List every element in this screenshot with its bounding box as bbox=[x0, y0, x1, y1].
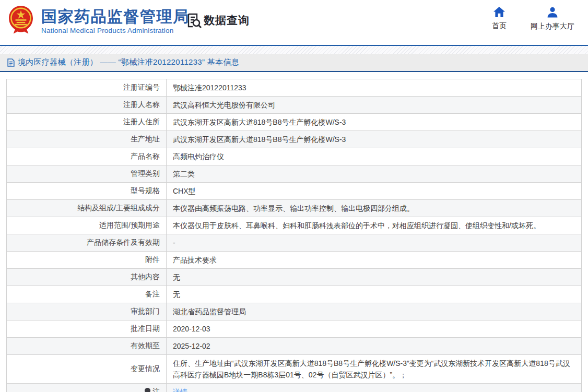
registration-info-table: 注册证编号鄂械注准20122011233注册人名称武汉高科恒大光电股份有限公司注… bbox=[6, 79, 582, 392]
row-label: 型号规格 bbox=[7, 183, 167, 200]
row-label: 注册人住所 bbox=[7, 114, 167, 131]
row-value: 武汉高科恒大光电股份有限公司 bbox=[167, 97, 582, 114]
row-value: 鄂械注准20122011233 bbox=[167, 79, 582, 97]
info-table-body: 注册证编号鄂械注准20122011233注册人名称武汉高科恒大光电股份有限公司注… bbox=[7, 79, 582, 392]
site-header: 国家药品监督管理局 National Medical Products Admi… bbox=[0, 0, 588, 46]
row-value: - bbox=[167, 234, 582, 252]
home-icon bbox=[493, 7, 505, 17]
row-value-text: 武汉东湖开发区高新大道818号B8号生产孵化楼W/S-3 bbox=[173, 135, 346, 144]
row-value-text: 武汉东湖开发区高新大道818号B8号生产孵化楼W/S-3 bbox=[173, 118, 346, 126]
table-row: 生产地址武汉东湖开发区高新大道818号B8号生产孵化楼W/S-3 bbox=[7, 131, 582, 148]
row-value-text: CHX型 bbox=[173, 187, 196, 195]
table-row: 批准日期2020-12-03 bbox=[7, 320, 582, 338]
row-value: 无 bbox=[167, 269, 582, 286]
row-label-text: 适用范围/预期用途 bbox=[99, 221, 160, 229]
row-label: 管理类别 bbox=[7, 165, 167, 183]
nav-service-hall[interactable]: 网上办事大厅 bbox=[531, 7, 574, 31]
table-row: 注册人住所武汉东湖开发区高新大道818号B8号生产孵化楼W/S-3 bbox=[7, 114, 582, 131]
table-row: 其他内容无 bbox=[7, 269, 582, 286]
site-subtitle: National Medical Products Administration bbox=[41, 27, 190, 34]
site-title: 国家药品监督管理局 bbox=[41, 8, 190, 25]
document-icon bbox=[7, 58, 15, 67]
row-label-text: 生产地址 bbox=[131, 135, 160, 143]
table-row: 产品名称高频电灼治疗仪 bbox=[7, 148, 582, 165]
row-label: 注册证编号 bbox=[7, 79, 167, 97]
table-row: 变更情况住所、生产地址由“武汉东湖开发区高新大道818号B8号生产孵化楼W/S-… bbox=[7, 355, 582, 384]
nav-home[interactable]: 首页 bbox=[492, 7, 507, 31]
row-value: 湖北省药品监督管理局 bbox=[167, 303, 582, 320]
table-row: 注册人名称武汉高科恒大光电股份有限公司 bbox=[7, 97, 582, 114]
row-value-text: 产品技术要求 bbox=[173, 256, 217, 264]
table-row: 产品储存条件及有效期- bbox=[7, 234, 582, 252]
row-value-text: 本仪器由高频振荡电路、功率显示、输出功率控制、输出电极四部分组成。 bbox=[173, 204, 414, 212]
table-row: 适用范围/预期用途本仪器仅用于皮肤科、耳鼻喉科、妇科和肛肠科浅表部位的手术中，对… bbox=[7, 217, 582, 234]
row-value: 本仪器仅用于皮肤科、耳鼻喉科、妇科和肛肠科浅表部位的手术中，对相应组织进行凝固、… bbox=[167, 217, 582, 234]
row-label: 有效期至 bbox=[7, 338, 167, 355]
hatched-gap-band bbox=[0, 46, 588, 54]
row-value: 本仪器由高频振荡电路、功率显示、输出功率控制、输出电极四部分组成。 bbox=[167, 200, 582, 217]
table-row: 管理类别第二类 bbox=[7, 165, 582, 183]
breadcrumb-bar: 境内医疗器械（注册） —— “鄂械注准20122011233” 基本信息 bbox=[0, 54, 588, 72]
row-value: 高频电灼治疗仪 bbox=[167, 148, 582, 165]
top-nav: 首页 网上办事大厅 bbox=[492, 7, 574, 31]
row-value-text: - bbox=[173, 239, 175, 247]
table-row: 备注无 bbox=[7, 286, 582, 303]
row-label: 产品储存条件及有效期 bbox=[7, 234, 167, 252]
row-value: 第二类 bbox=[167, 165, 582, 183]
detail-link[interactable]: 详情 bbox=[173, 388, 187, 392]
nav-service-hall-label: 网上办事大厅 bbox=[531, 22, 574, 31]
table-row: 注详情 bbox=[7, 384, 582, 392]
row-label: 备注 bbox=[7, 286, 167, 303]
row-label-text: 其他内容 bbox=[131, 272, 160, 281]
row-label: 生产地址 bbox=[7, 131, 167, 148]
row-value: 详情 bbox=[167, 384, 582, 392]
row-value-text: 2025-12-02 bbox=[173, 342, 210, 350]
row-label-text: 注册人住所 bbox=[123, 117, 160, 126]
row-label: 附件 bbox=[7, 252, 167, 269]
row-value-text: 鄂械注准20122011233 bbox=[173, 84, 246, 92]
table-row: 有效期至2025-12-02 bbox=[7, 338, 582, 355]
row-value-text: 武汉高科恒大光电股份有限公司 bbox=[173, 101, 275, 109]
row-value: 产品技术要求 bbox=[167, 252, 582, 269]
row-value: 武汉东湖开发区高新大道818号B8号生产孵化楼W/S-3 bbox=[167, 131, 582, 148]
row-value: 无 bbox=[167, 286, 582, 303]
table-row: 注册证编号鄂械注准20122011233 bbox=[7, 79, 582, 97]
row-label: 批准日期 bbox=[7, 320, 167, 338]
row-label-text: 产品储存条件及有效期 bbox=[87, 238, 160, 246]
national-emblem-icon bbox=[7, 5, 34, 35]
table-row: 附件产品技术要求 bbox=[7, 252, 582, 269]
row-label-text: 结构及组成/主要组成成分 bbox=[77, 204, 160, 212]
row-label: 适用范围/预期用途 bbox=[7, 217, 167, 234]
nav-home-label: 首页 bbox=[492, 21, 507, 31]
table-row: 审批部门湖北省药品监督管理局 bbox=[7, 303, 582, 320]
data-query-tab[interactable]: 数据查询 bbox=[185, 12, 250, 29]
row-value: CHX型 bbox=[167, 183, 582, 200]
row-label-text: 型号规格 bbox=[131, 186, 160, 195]
row-value: 2020-12-03 bbox=[167, 320, 582, 338]
data-query-label: 数据查询 bbox=[204, 13, 250, 28]
row-value-text: 第二类 bbox=[173, 170, 195, 178]
site-title-block: 国家药品监督管理局 National Medical Products Admi… bbox=[41, 4, 190, 34]
row-label-text: 注册证编号 bbox=[123, 83, 160, 91]
row-value-text: 无 bbox=[173, 290, 180, 299]
row-value: 武汉东湖开发区高新大道818号B8号生产孵化楼W/S-3 bbox=[167, 114, 582, 131]
row-value: 住所、生产地址由“武汉东湖开发区高新大道818号B8号生产孵化楼W/S-3”变更… bbox=[167, 355, 582, 384]
row-label: 注册人名称 bbox=[7, 97, 167, 114]
row-label-text: 批准日期 bbox=[131, 324, 160, 332]
row-label-text: 附件 bbox=[145, 255, 160, 264]
row-label-text: 有效期至 bbox=[131, 341, 160, 350]
row-label-text: 注册人名称 bbox=[123, 100, 160, 109]
row-value-text: 无 bbox=[173, 273, 180, 281]
main-content: 注册证编号鄂械注准20122011233注册人名称武汉高科恒大光电股份有限公司注… bbox=[0, 72, 588, 392]
row-value-text: 湖北省药品监督管理局 bbox=[173, 307, 246, 316]
row-value: 2025-12-02 bbox=[167, 338, 582, 355]
site-logo[interactable]: 国家药品监督管理局 National Medical Products Admi… bbox=[7, 4, 190, 35]
row-label: 结构及组成/主要组成成分 bbox=[7, 200, 167, 217]
row-value-text: 高频电灼治疗仪 bbox=[173, 152, 224, 161]
person-icon bbox=[547, 7, 558, 18]
breadcrumb: 境内医疗器械（注册） —— “鄂械注准20122011233” 基本信息 bbox=[18, 57, 239, 67]
row-label: 注 bbox=[7, 384, 167, 392]
row-label: 产品名称 bbox=[7, 148, 167, 165]
row-label-text: 备注 bbox=[145, 290, 160, 298]
row-label-text: 管理类别 bbox=[131, 169, 160, 177]
